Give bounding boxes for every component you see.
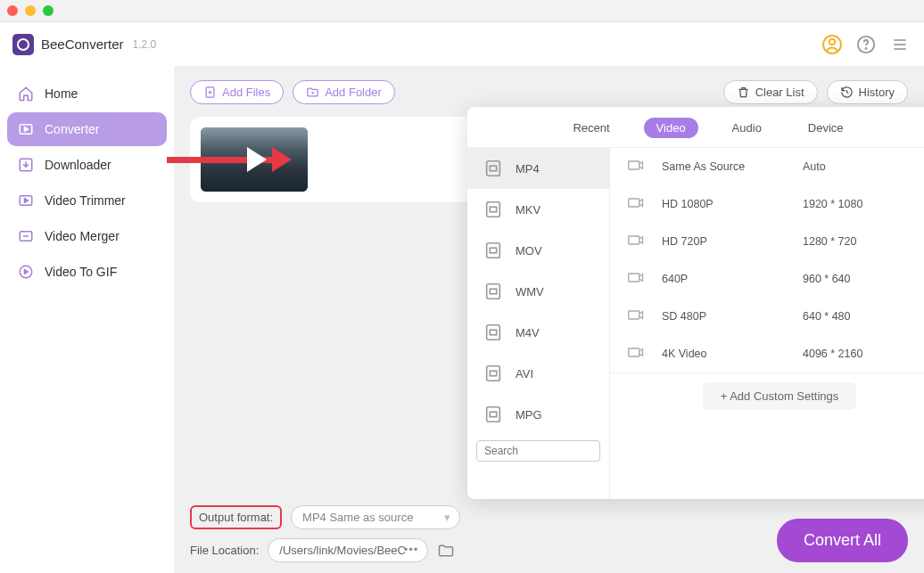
account-icon[interactable] bbox=[821, 33, 844, 56]
format-label: MKV bbox=[516, 203, 540, 217]
format-popover: Recent Video Audio Device MP4 MKV bbox=[467, 107, 924, 499]
resolution-name: HD 1080P bbox=[662, 198, 787, 210]
sidebar-item-trimmer[interactable]: Video Trimmer bbox=[7, 184, 167, 217]
window-titlebar bbox=[0, 0, 924, 22]
svg-rect-32 bbox=[490, 371, 496, 376]
button-label: Clear List bbox=[755, 86, 804, 99]
svg-rect-35 bbox=[629, 161, 639, 169]
format-label: AVI bbox=[516, 367, 533, 381]
sidebar-item-label: Video Trimmer bbox=[45, 193, 126, 208]
format-item-m4v[interactable]: M4V bbox=[467, 312, 609, 353]
convert-all-button[interactable]: Convert All bbox=[777, 519, 908, 562]
file-location-field[interactable]: /Users/link/Movies/BeeC ••• bbox=[268, 538, 428, 562]
gif-icon bbox=[18, 264, 34, 280]
format-item-mp4[interactable]: MP4 bbox=[467, 148, 609, 189]
resolution-name: Same As Source bbox=[662, 160, 787, 173]
resolution-item[interactable]: 4K Video 4096 * 2160 bbox=[610, 335, 924, 372]
sidebar-item-merger[interactable]: Video Merger bbox=[7, 219, 167, 253]
svg-rect-36 bbox=[629, 199, 639, 207]
home-icon bbox=[18, 86, 34, 102]
add-file-icon bbox=[203, 86, 217, 99]
resolution-name: SD 480P bbox=[662, 310, 787, 323]
video-thumbnail[interactable] bbox=[201, 127, 308, 192]
format-item-avi[interactable]: AVI bbox=[467, 353, 609, 394]
bottom-bar: Output format: MP4 Same as source File L… bbox=[190, 505, 908, 562]
converter-icon bbox=[18, 121, 34, 137]
format-item-mpg[interactable]: MPG bbox=[467, 394, 609, 435]
resolution-dim: 1920 * 1080 bbox=[803, 198, 924, 210]
file-location-label: File Location: bbox=[190, 544, 259, 557]
sidebar-item-home[interactable]: Home bbox=[7, 77, 167, 111]
add-custom-settings-button[interactable]: + Add Custom Settings bbox=[703, 382, 857, 410]
format-item-mov[interactable]: MOV bbox=[467, 230, 609, 271]
svg-rect-21 bbox=[487, 161, 500, 176]
file-icon bbox=[483, 282, 503, 301]
help-icon[interactable] bbox=[854, 33, 878, 56]
sidebar-item-label: Home bbox=[45, 86, 78, 101]
clear-list-button[interactable]: Clear List bbox=[723, 80, 818, 104]
popover-tabs: Recent Video Audio Device bbox=[467, 107, 924, 148]
resolution-list[interactable]: Same As Source Auto HD 1080P 1920 * 1080… bbox=[610, 148, 924, 499]
svg-rect-33 bbox=[487, 407, 500, 422]
format-label: MPG bbox=[516, 408, 542, 422]
svg-rect-25 bbox=[487, 243, 500, 258]
svg-rect-31 bbox=[487, 366, 500, 381]
button-label: Add Folder bbox=[325, 86, 382, 99]
resolution-item[interactable]: Same As Source Auto bbox=[610, 148, 924, 185]
svg-point-1 bbox=[829, 38, 835, 44]
sidebar-item-converter[interactable]: Converter bbox=[7, 112, 167, 146]
add-folder-button[interactable]: Add Folder bbox=[293, 80, 395, 104]
format-search bbox=[476, 440, 600, 462]
output-format-select[interactable]: MP4 Same as source bbox=[291, 505, 460, 529]
resolution-dim: Auto bbox=[803, 160, 924, 173]
svg-rect-40 bbox=[629, 348, 639, 356]
tab-video[interactable]: Video bbox=[644, 118, 698, 138]
video-icon bbox=[628, 235, 646, 248]
open-folder-icon[interactable] bbox=[437, 542, 455, 560]
add-folder-icon bbox=[306, 86, 319, 99]
resolution-item[interactable]: HD 1080P 1920 * 1080 bbox=[610, 185, 924, 223]
resolution-dim: 960 * 640 bbox=[803, 273, 924, 285]
format-search-input[interactable] bbox=[476, 440, 600, 462]
resolution-item[interactable]: SD 480P 640 * 480 bbox=[610, 298, 924, 335]
format-list[interactable]: MP4 MKV MOV WMV bbox=[467, 148, 610, 499]
video-icon bbox=[628, 310, 646, 323]
format-item-mkv[interactable]: MKV bbox=[467, 189, 609, 230]
video-icon bbox=[628, 160, 646, 173]
trimmer-icon bbox=[18, 192, 34, 209]
sidebar: Home Converter Downloader Video Trimmer … bbox=[0, 66, 174, 573]
sidebar-item-gif[interactable]: Video To GIF bbox=[7, 255, 167, 289]
button-label: History bbox=[859, 86, 895, 99]
resolution-item[interactable]: 640P 960 * 640 bbox=[610, 260, 924, 298]
format-item-wmv[interactable]: WMV bbox=[467, 271, 609, 312]
file-icon bbox=[483, 405, 503, 424]
video-icon bbox=[628, 348, 646, 360]
resolution-name: 640P bbox=[662, 273, 787, 285]
tab-recent[interactable]: Recent bbox=[560, 118, 622, 138]
tab-device[interactable]: Device bbox=[796, 118, 856, 138]
window-minimize-button[interactable] bbox=[25, 5, 36, 16]
add-files-button[interactable]: Add Files bbox=[190, 80, 284, 104]
file-icon bbox=[483, 323, 503, 342]
toolbar: Add Files Add Folder Clear List History bbox=[190, 80, 908, 104]
history-button[interactable]: History bbox=[827, 80, 908, 104]
video-icon bbox=[628, 198, 646, 210]
window-close-button[interactable] bbox=[7, 5, 18, 16]
menu-icon[interactable] bbox=[888, 33, 912, 56]
sidebar-item-downloader[interactable]: Downloader bbox=[7, 148, 167, 182]
format-label: M4V bbox=[516, 326, 540, 340]
button-label: Add Files bbox=[222, 86, 270, 99]
svg-rect-29 bbox=[487, 325, 500, 340]
svg-point-3 bbox=[865, 48, 866, 49]
resolution-name: 4K Video bbox=[662, 348, 787, 360]
file-icon bbox=[483, 200, 503, 219]
format-label: MP4 bbox=[516, 162, 540, 176]
window-zoom-button[interactable] bbox=[43, 5, 54, 16]
sidebar-item-label: Downloader bbox=[45, 158, 111, 172]
tab-audio[interactable]: Audio bbox=[720, 118, 774, 138]
resolution-item[interactable]: HD 720P 1280 * 720 bbox=[610, 223, 924, 260]
svg-rect-30 bbox=[490, 330, 496, 335]
more-icon[interactable]: ••• bbox=[404, 543, 419, 556]
svg-rect-22 bbox=[490, 166, 496, 171]
select-value: MP4 Same as source bbox=[302, 511, 413, 524]
